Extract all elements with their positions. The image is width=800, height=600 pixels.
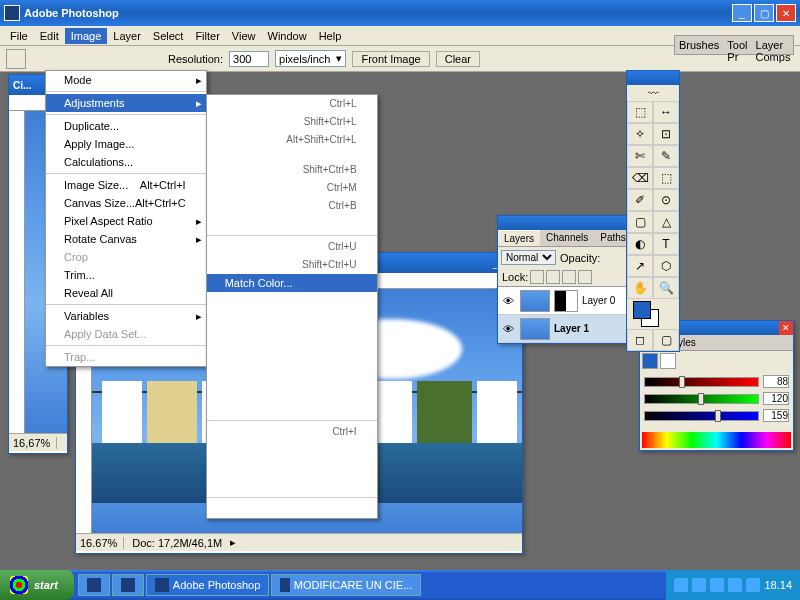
mi-match-color[interactable]: Match Color... <box>207 274 377 292</box>
fg-swatch[interactable] <box>642 353 658 369</box>
layer-thumbnail[interactable] <box>520 290 550 312</box>
quicklaunch-item[interactable] <box>78 574 110 596</box>
mi-exposure[interactable]: Exposure... <box>207 400 377 418</box>
toolbox[interactable]: 〰 ⬚↔✧⊡✄✎⌫⬚✐⊙▢△◐T↗⬡✋🔍 ◻ ▢ <box>626 70 680 352</box>
mi-invert[interactable]: InvertCtrl+I <box>207 423 377 441</box>
tool-4[interactable]: ✄ <box>627 145 653 167</box>
tool-15[interactable]: ⬡ <box>653 255 679 277</box>
color-ramp[interactable] <box>642 432 791 448</box>
resolution-input[interactable] <box>229 51 269 67</box>
tray-icon[interactable] <box>692 578 706 592</box>
mi-posterize[interactable]: Posterize... <box>207 477 377 495</box>
bg-swatch[interactable] <box>660 353 676 369</box>
taskbar-task[interactable]: MODIFICARE UN CIE... <box>271 574 421 596</box>
foreground-color-swatch[interactable] <box>633 301 651 319</box>
tray-icon[interactable] <box>674 578 688 592</box>
close-button[interactable]: ✕ <box>776 4 796 22</box>
tool-0[interactable]: ⬚ <box>627 101 653 123</box>
layer-mask-thumbnail[interactable] <box>554 290 578 312</box>
close-icon[interactable]: ✕ <box>779 321 793 335</box>
b-slider[interactable] <box>644 411 759 421</box>
menu-file[interactable]: File <box>4 28 34 44</box>
layer-name[interactable]: Layer 1 <box>554 323 589 334</box>
mi-calculations[interactable]: Calculations... <box>46 153 206 171</box>
system-tray[interactable]: 18.14 <box>666 570 800 600</box>
layer-thumbnail[interactable] <box>520 318 550 340</box>
mi-adjustments[interactable]: Adjustments Levels...Ctrl+LAuto LevelsSh… <box>46 94 206 112</box>
tool-12[interactable]: ◐ <box>627 233 653 255</box>
mi-duplicate[interactable]: Duplicate... <box>46 117 206 135</box>
layer-name[interactable]: Layer 0 <box>582 295 615 306</box>
tool-8[interactable]: ✐ <box>627 189 653 211</box>
color-swatches[interactable] <box>627 299 679 329</box>
mi-brightness-contrast[interactable]: Brightness/Contrast... <box>207 215 377 233</box>
mi-color-balance[interactable]: Color Balance...Ctrl+B <box>207 197 377 215</box>
mi-desaturate[interactable]: DesaturateShift+Ctrl+U <box>207 256 377 274</box>
tool-7[interactable]: ⬚ <box>653 167 679 189</box>
mi-threshold[interactable]: Threshold... <box>207 459 377 477</box>
r-slider[interactable] <box>644 377 759 387</box>
toolbox-titlebar[interactable] <box>627 71 679 85</box>
menu-select[interactable]: Select <box>147 28 190 44</box>
tab-brushes[interactable]: Brushes <box>675 36 723 54</box>
mi-photo-filter[interactable]: Photo Filter... <box>207 364 377 382</box>
mi-channel-mixer[interactable]: Channel Mixer... <box>207 328 377 346</box>
mi-canvas-size[interactable]: Canvas Size...Alt+Ctrl+C <box>46 194 206 212</box>
mi-shadow-highlight[interactable]: Shadow/Highlight... <box>207 382 377 400</box>
maximize-button[interactable]: ▢ <box>754 4 774 22</box>
tool-3[interactable]: ⊡ <box>653 123 679 145</box>
front-image-button[interactable]: Front Image <box>352 51 429 67</box>
mi-hue-saturation[interactable]: Hue/Saturation...Ctrl+U <box>207 238 377 256</box>
mi-equalize[interactable]: Equalize <box>207 441 377 459</box>
mi-selective-color[interactable]: Selective Color... <box>207 310 377 328</box>
tool-16[interactable]: ✋ <box>627 277 653 299</box>
tab-layer-comps[interactable]: Layer Comps <box>752 36 795 54</box>
lock-transparency-icon[interactable] <box>530 270 544 284</box>
tool-2[interactable]: ✧ <box>627 123 653 145</box>
start-button[interactable]: start <box>0 570 74 600</box>
tool-10[interactable]: ▢ <box>627 211 653 233</box>
menu-layer[interactable]: Layer <box>107 28 147 44</box>
mi-trim[interactable]: Trim... <box>46 266 206 284</box>
mi-auto-contrast[interactable]: Auto ContrastAlt+Shift+Ctrl+L <box>207 131 377 161</box>
tool-11[interactable]: △ <box>653 211 679 233</box>
tool-5[interactable]: ✎ <box>653 145 679 167</box>
lock-all-icon[interactable] <box>578 270 592 284</box>
tab-channels[interactable]: Channels <box>540 230 594 246</box>
clock[interactable]: 18.14 <box>764 579 792 591</box>
minimize-button[interactable]: _ <box>732 4 752 22</box>
units-select[interactable]: pixels/inch ▾ <box>275 50 346 67</box>
tray-icon[interactable] <box>710 578 724 592</box>
tool-6[interactable]: ⌫ <box>627 167 653 189</box>
tray-icon[interactable] <box>728 578 742 592</box>
mi-apply-image[interactable]: Apply Image... <box>46 135 206 153</box>
mi-image-size[interactable]: Image Size...Alt+Ctrl+I <box>46 176 206 194</box>
tab-layers[interactable]: Layers <box>498 230 540 246</box>
quicklaunch-item[interactable] <box>112 574 144 596</box>
mi-variations[interactable]: Variations... <box>207 500 377 518</box>
g-value[interactable] <box>763 392 789 405</box>
mi-replace-color[interactable]: Replace Color... <box>207 292 377 310</box>
tray-icon[interactable] <box>746 578 760 592</box>
mi-reveal-all[interactable]: Reveal All <box>46 284 206 302</box>
mi-mode[interactable]: Mode <box>46 71 206 89</box>
screen-mode-icon[interactable]: ▢ <box>653 329 679 351</box>
menu-window[interactable]: Window <box>262 28 313 44</box>
menu-filter[interactable]: Filter <box>189 28 225 44</box>
mi-gradient-map[interactable]: Gradient Map... <box>207 346 377 364</box>
tool-13[interactable]: T <box>653 233 679 255</box>
blend-mode-select[interactable]: Normal <box>501 250 556 265</box>
menu-image[interactable]: Image <box>65 28 108 44</box>
mi-auto-color[interactable]: Auto ColorShift+Ctrl+B <box>207 161 377 179</box>
lock-pixels-icon[interactable] <box>546 270 560 284</box>
visibility-icon[interactable]: 👁 <box>500 295 516 307</box>
tool-1[interactable]: ↔ <box>653 101 679 123</box>
status-arrow-icon[interactable]: ▸ <box>230 536 236 549</box>
visibility-icon[interactable]: 👁 <box>500 323 516 335</box>
mi-pixel-aspect[interactable]: Pixel Aspect Ratio <box>46 212 206 230</box>
menu-view[interactable]: View <box>226 28 262 44</box>
lock-position-icon[interactable] <box>562 270 576 284</box>
tool-17[interactable]: 🔍 <box>653 277 679 299</box>
mi-auto-levels[interactable]: Auto LevelsShift+Ctrl+L <box>207 113 377 131</box>
tool-14[interactable]: ↗ <box>627 255 653 277</box>
